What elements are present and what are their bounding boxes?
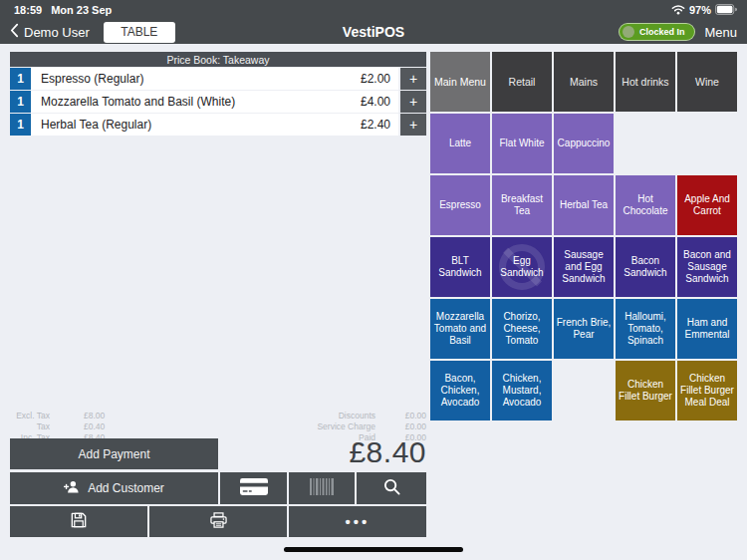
tile-egg-sandwich[interactable]: Egg Sandwich — [492, 237, 552, 297]
summary-value: £8.00 — [84, 411, 105, 421]
tile-label: Flat White — [499, 138, 544, 149]
tile-cappuccino[interactable]: Cappuccino — [554, 114, 614, 173]
tile-label: Apple And Carrot — [678, 193, 736, 217]
tile-label: Wine — [695, 76, 719, 88]
tile-label: Retail — [509, 76, 536, 88]
status-dot-icon — [622, 26, 634, 38]
tile-label: Main Menu — [434, 76, 486, 88]
back-button[interactable]: Demo User — [10, 23, 90, 42]
item-price: £2.00 — [361, 72, 390, 86]
tile-bacon-and-sausage-sandwich[interactable]: Bacon and Sausage Sandwich — [677, 237, 737, 297]
order-item-row[interactable]: 1 Mozzarella Tomato and Basil (White) £4… — [10, 91, 426, 113]
item-price: £4.00 — [361, 95, 390, 109]
status-time: 18:59 — [14, 4, 42, 16]
tile-label: Bacon and Sausage Sandwich — [678, 249, 736, 285]
order-total: £8.40 — [349, 435, 426, 469]
tab-main-menu[interactable]: Main Menu — [430, 52, 490, 112]
barcode-icon — [310, 478, 334, 499]
tile-french-brie-pear[interactable]: French Brie, Pear — [554, 299, 614, 359]
search-icon — [383, 478, 400, 499]
add-customer-button[interactable]: Add Customer — [10, 472, 218, 504]
tile-chicken-mustard-avocado[interactable]: Chicken, Mustard, Avocado — [492, 361, 552, 420]
tile-label: Hot Chocolate — [617, 193, 674, 217]
tile-mozzarella-tomato-and-basil[interactable]: Mozzarella Tomato and Basil — [430, 299, 490, 359]
status-date: Mon 23 Sep — [51, 4, 112, 16]
tile-halloumi-tomato-spinach[interactable]: Halloumi, Tomato, Spinach — [616, 299, 675, 359]
menu-button[interactable]: Menu — [704, 25, 737, 40]
tile-label: Herbal Tea — [560, 199, 608, 211]
top-bar: 18:59 Mon 23 Sep 97% Demo User TABLE — [0, 0, 747, 44]
item-name: Espresso (Regular) — [41, 72, 361, 86]
clocked-in-badge[interactable]: Clocked In — [619, 23, 696, 41]
add-customer-label: Add Customer — [88, 481, 164, 495]
item-name: Herbal Tea (Regular) — [41, 118, 361, 132]
increase-quantity-button[interactable]: + — [400, 68, 426, 90]
tile-label: BLT Sandwich — [431, 255, 489, 279]
more-options-button[interactable]: ••• — [289, 506, 426, 537]
tile-label: Latte — [449, 138, 471, 149]
tile-blt-sandwich[interactable]: BLT Sandwich — [430, 237, 490, 297]
quantity-badge: 1 — [10, 114, 31, 136]
tile-chicken-fillet-burger-meal-deal[interactable]: Chicken Fillet Burger Meal Deal — [677, 361, 737, 420]
battery-icon — [715, 4, 737, 17]
item-price: £2.40 — [361, 118, 390, 132]
summary-value: £0.40 — [84, 421, 105, 432]
battery-percent: 97% — [689, 4, 711, 16]
card-payment-button[interactable] — [220, 472, 287, 504]
tab-hot-drinks[interactable]: Hot drinks — [616, 52, 675, 112]
tile-breakfast-tea[interactable]: Breakfast Tea — [492, 175, 552, 235]
tile-herbal-tea[interactable]: Herbal Tea — [554, 175, 614, 235]
tile-label: Bacon Sandwich — [617, 255, 674, 279]
tile-chicken-fillet-burger[interactable]: Chicken Fillet Burger — [616, 361, 675, 420]
quantity-badge: 1 — [10, 68, 31, 90]
order-item-row[interactable]: 1 Espresso (Regular) £2.00 + — [10, 68, 426, 90]
tile-apple-and-carrot[interactable]: Apple And Carrot — [677, 175, 737, 235]
tile-label: Mozzarella Tomato and Basil — [431, 311, 489, 347]
tile-hot-chocolate[interactable]: Hot Chocolate — [616, 175, 675, 235]
search-product-button[interactable] — [357, 472, 426, 504]
tile-label: Bacon, Chicken, Avocado — [431, 373, 489, 409]
tab-retail[interactable]: Retail — [492, 52, 552, 112]
tile-espresso[interactable]: Espresso — [430, 175, 490, 235]
tile-bacon-sandwich[interactable]: Bacon Sandwich — [616, 237, 675, 297]
tile-flat-white[interactable]: Flat White — [492, 114, 552, 173]
tile-bacon-chicken-avocado[interactable]: Bacon, Chicken, Avocado — [430, 361, 490, 420]
increase-quantity-button[interactable]: + — [400, 91, 426, 113]
tab-wine[interactable]: Wine — [677, 52, 737, 112]
tab-mains[interactable]: Mains — [554, 52, 614, 112]
credit-card-icon — [240, 477, 268, 500]
increase-quantity-button[interactable]: + — [400, 114, 426, 136]
barcode-scan-button[interactable] — [289, 472, 355, 504]
tile-label: Chorizo, Cheese, Tomato — [493, 311, 551, 347]
tile-label: Hot drinks — [622, 76, 668, 88]
order-list: 1 Espresso (Regular) £2.00 + 1 Mozzarell… — [10, 68, 426, 137]
tile-label: French Brie, Pear — [555, 317, 613, 341]
tile-chorizo-cheese-tomato[interactable]: Chorizo, Cheese, Tomato — [492, 299, 552, 359]
item-name: Mozzarella Tomato and Basil (White) — [41, 95, 361, 109]
order-item-row[interactable]: 1 Herbal Tea (Regular) £2.40 + — [10, 114, 426, 136]
wifi-icon — [671, 4, 685, 17]
quantity-badge: 1 — [10, 91, 31, 113]
tile-latte[interactable]: Latte — [430, 114, 490, 173]
print-button[interactable] — [149, 506, 287, 537]
status-bar: 18:59 Mon 23 Sep 97% — [0, 0, 747, 20]
home-indicator[interactable] — [284, 547, 463, 552]
tile-ham-and-emmental[interactable]: Ham and Emmental — [677, 299, 737, 359]
person-plus-icon — [64, 480, 81, 496]
nav-bar: Demo User TABLE VestiPOS Clocked In Menu — [0, 20, 747, 44]
save-order-button[interactable] — [10, 506, 147, 537]
add-payment-button[interactable]: Add Payment — [10, 438, 218, 469]
summary-label: Service Charge — [317, 421, 375, 432]
summary-label: Discounts — [317, 411, 375, 421]
printer-icon — [210, 512, 227, 532]
table-button[interactable]: TABLE — [104, 22, 175, 43]
tile-label: Cappuccino — [558, 138, 611, 149]
tile-label: Chicken Fillet Burger — [617, 379, 674, 403]
grid-empty-cell — [554, 361, 614, 420]
tile-sausage-and-egg-sandwich[interactable]: Sausage and Egg Sandwich — [554, 237, 614, 297]
chevron-left-icon — [10, 23, 19, 42]
summary-label: Excl. Tax — [10, 411, 50, 421]
tile-label: Sausage and Egg Sandwich — [555, 249, 613, 285]
grid-empty-cell — [616, 114, 675, 173]
back-button-label: Demo User — [24, 25, 90, 40]
